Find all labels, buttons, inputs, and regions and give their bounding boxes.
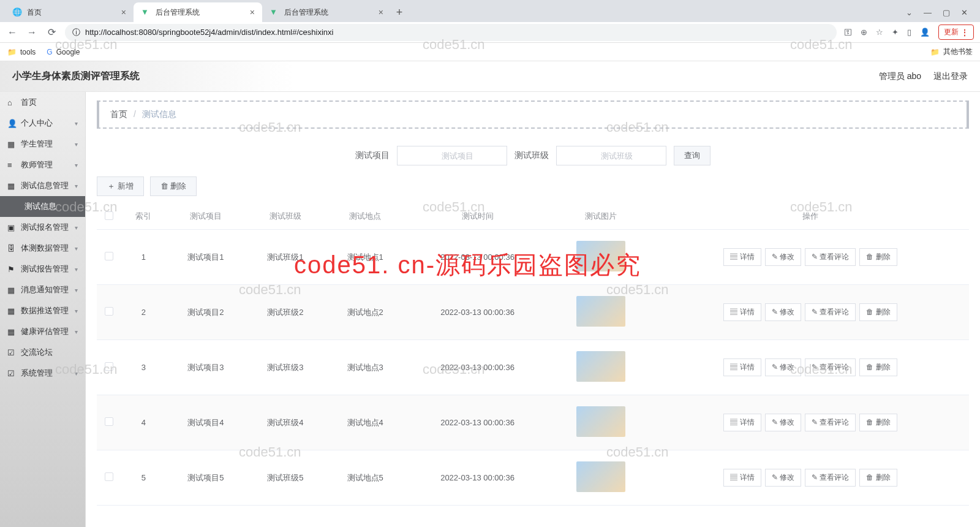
panel-icon[interactable]: ▯ xyxy=(907,28,911,37)
sidebar-item[interactable]: ⚑测试报告管理▾ xyxy=(0,259,85,279)
sidebar-item[interactable]: ▦健康评估管理▾ xyxy=(0,321,85,342)
detail-button[interactable]: ▤ 详情 xyxy=(723,358,761,376)
row-delete-button[interactable]: 🗑 删除 xyxy=(859,414,897,431)
chevron-down-icon: ▾ xyxy=(75,183,78,189)
thumbnail-icon xyxy=(576,241,625,271)
sidebar-item[interactable]: 🗄体测数据管理▾ xyxy=(0,238,85,259)
table-header: 测试地点 xyxy=(325,203,405,230)
sidebar-item[interactable]: ☑系统管理▾ xyxy=(0,363,85,384)
search-input-project[interactable] xyxy=(397,146,507,165)
row-delete-button[interactable]: 🗑 删除 xyxy=(859,248,897,266)
url-text: http://localhost:8080/springboote52j4/ad… xyxy=(85,28,333,37)
minimize-icon[interactable]: — xyxy=(924,8,932,17)
checkbox[interactable] xyxy=(105,362,113,371)
forward-icon[interactable]: → xyxy=(26,27,38,38)
sidebar-item[interactable]: 👤个人中心▾ xyxy=(0,113,85,134)
cell-class: 测试班级4 xyxy=(246,395,325,450)
sidebar-item[interactable]: ≡教师管理▾ xyxy=(0,154,85,175)
edit-button[interactable]: ✎ 修改 xyxy=(765,469,801,487)
update-button[interactable]: 更新 ⋮ xyxy=(938,25,974,40)
app-header: 小学生身体素质测评管理系统 管理员 abo 退出登录 xyxy=(0,61,980,92)
bookmark-tools[interactable]: 📁tools xyxy=(7,48,36,56)
checkbox[interactable] xyxy=(105,417,113,426)
row-delete-button[interactable]: 🗑 删除 xyxy=(859,358,897,376)
sidebar-item[interactable]: ▦消息通知管理▾ xyxy=(0,279,85,300)
detail-button[interactable]: ▤ 详情 xyxy=(723,303,761,321)
maximize-icon[interactable]: ▢ xyxy=(943,8,950,17)
sidebar-item[interactable]: ▣测试报名管理▾ xyxy=(0,217,85,238)
checkbox-all[interactable] xyxy=(105,211,113,220)
menu-icon: ▦ xyxy=(7,286,16,295)
key-icon[interactable]: ⚿ xyxy=(844,28,852,37)
sidebar-item[interactable]: ⌂首页 xyxy=(0,92,85,113)
detail-button[interactable]: ▤ 详情 xyxy=(723,469,761,487)
table-row: 1测试项目1测试班级1测试地点12022-03-13 00:00:36▤ 详情✎… xyxy=(97,230,969,285)
tab-close-icon[interactable]: × xyxy=(250,7,255,17)
extensions-icon[interactable]: ✦ xyxy=(892,28,899,37)
sidebar-item[interactable]: ▦学生管理▾ xyxy=(0,134,85,154)
user-label[interactable]: 管理员 abo xyxy=(879,71,921,82)
url-input[interactable]: ⓘ http://localhost:8080/springboote52j4/… xyxy=(65,24,837,41)
table-row: 3测试项目3测试班级3测试地点32022-03-13 00:00:36▤ 详情✎… xyxy=(97,340,969,395)
checkbox[interactable] xyxy=(105,307,113,316)
detail-button[interactable]: ▤ 详情 xyxy=(723,414,761,431)
tab-title: 后台管理系统 xyxy=(284,7,374,18)
sidebar-item-label: 个人中心 xyxy=(21,118,53,129)
table-header: 测试图片 xyxy=(550,203,652,230)
search-button[interactable]: 查询 xyxy=(674,146,710,165)
tab-close-icon[interactable]: × xyxy=(121,7,126,17)
edit-button[interactable]: ✎ 修改 xyxy=(765,414,801,431)
star-icon[interactable]: ☆ xyxy=(876,28,883,37)
add-button[interactable]: ＋ 新增 xyxy=(97,176,144,196)
sidebar-item[interactable]: 测试信息 xyxy=(0,196,85,217)
edit-button[interactable]: ✎ 修改 xyxy=(765,358,801,376)
edit-button[interactable]: ✎ 修改 xyxy=(765,303,801,321)
chevron-down-icon: ▾ xyxy=(75,287,78,294)
sidebar-item[interactable]: ▦测试信息管理▾ xyxy=(0,175,85,196)
cell-time: 2022-03-13 00:00:36 xyxy=(405,340,550,395)
chevron-down-icon: ▾ xyxy=(75,224,78,231)
bookmark-other[interactable]: 📁其他书签 xyxy=(930,47,973,57)
close-icon[interactable]: ✕ xyxy=(961,8,968,17)
profile-icon[interactable]: 👤 xyxy=(920,28,930,37)
chevron-down-icon[interactable]: ⌄ xyxy=(906,8,913,17)
breadcrumb-home[interactable]: 首页 xyxy=(110,109,127,119)
comment-button[interactable]: ✎ 查看评论 xyxy=(805,303,856,321)
sidebar-item-label: 消息通知管理 xyxy=(21,284,69,295)
menu-icon: ⌂ xyxy=(7,98,16,107)
row-delete-button[interactable]: 🗑 删除 xyxy=(859,469,897,487)
browser-tab[interactable]: 🌐 首页 × xyxy=(5,2,134,22)
new-tab-button[interactable]: + xyxy=(391,6,408,19)
detail-button[interactable]: ▤ 详情 xyxy=(723,248,761,266)
back-icon[interactable]: ← xyxy=(6,27,18,38)
chevron-down-icon: ▾ xyxy=(75,162,78,169)
comment-button[interactable]: ✎ 查看评论 xyxy=(805,248,856,266)
sidebar-item[interactable]: ☑交流论坛 xyxy=(0,342,85,363)
logout-button[interactable]: 退出登录 xyxy=(933,71,968,82)
edit-button[interactable]: ✎ 修改 xyxy=(765,248,801,266)
menu-icon: ▦ xyxy=(7,140,16,149)
cell-class: 测试班级3 xyxy=(246,340,325,395)
comment-button[interactable]: ✎ 查看评论 xyxy=(805,358,856,376)
search-input-class[interactable] xyxy=(556,146,666,165)
bookmark-google[interactable]: GGoogle xyxy=(47,48,80,56)
reload-icon[interactable]: ⟳ xyxy=(45,26,58,38)
comment-button[interactable]: ✎ 查看评论 xyxy=(805,469,856,487)
delete-button[interactable]: 🗑 删除 xyxy=(150,176,197,196)
sidebar-item[interactable]: ▦数据推送管理▾ xyxy=(0,300,85,321)
row-delete-button[interactable]: 🗑 删除 xyxy=(859,303,897,321)
sidebar-item-label: 交流论坛 xyxy=(21,347,53,358)
chevron-down-icon: ▾ xyxy=(75,266,78,273)
checkbox[interactable] xyxy=(105,252,113,260)
cell-location: 测试地点3 xyxy=(325,340,405,395)
cell-project: 测试项目2 xyxy=(166,285,246,340)
translate-icon[interactable]: ⊕ xyxy=(861,28,867,37)
sidebar-item-label: 健康评估管理 xyxy=(21,326,69,337)
comment-button[interactable]: ✎ 查看评论 xyxy=(805,414,856,431)
checkbox[interactable] xyxy=(105,472,113,481)
tab-close-icon[interactable]: × xyxy=(379,7,383,17)
chevron-down-icon: ▾ xyxy=(75,245,78,252)
browser-tab-active[interactable]: ▼ 后台管理系统 × xyxy=(134,2,262,22)
browser-tab[interactable]: ▼ 后台管理系统 × xyxy=(262,2,391,22)
bookmark-bar: 📁tools GGoogle 📁其他书签 xyxy=(0,43,980,61)
